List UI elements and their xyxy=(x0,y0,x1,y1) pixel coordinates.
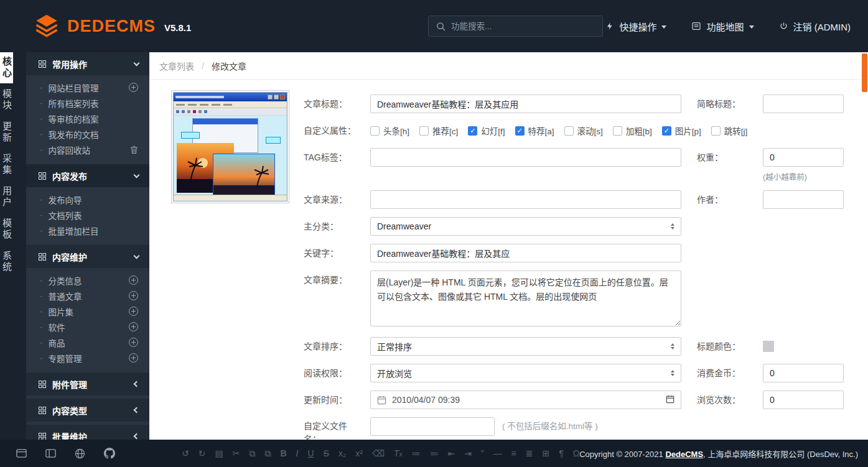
short-title-input[interactable] xyxy=(763,95,844,113)
read-access-select[interactable]: 开放浏览 xyxy=(370,364,681,382)
sidebar-group-common-operations[interactable]: 常用操作 xyxy=(26,52,149,75)
plus-circle-icon[interactable] xyxy=(129,322,138,331)
globe-icon[interactable] xyxy=(75,448,85,459)
editor-italic-icon[interactable]: I xyxy=(296,448,299,458)
sidebar-item-recycle-bin[interactable]: · 内容回收站 xyxy=(26,142,149,157)
source-input[interactable] xyxy=(370,190,681,209)
plus-circle-icon[interactable] xyxy=(129,275,138,285)
summary-textarea[interactable]: 层(Layer)是一种 HTML 页面元素，您可以将它定位在页面上的任意位置。层… xyxy=(370,270,681,326)
editor-indent-icon[interactable]: ⇥ xyxy=(464,448,472,458)
editor-paragraph-icon[interactable]: ¶ xyxy=(559,448,564,458)
sidebar-item-classified-info[interactable]: · 分类信息 xyxy=(26,272,149,288)
attr-checkbox-picture[interactable]: 图片[p] xyxy=(662,124,701,137)
trash-icon[interactable] xyxy=(130,146,138,154)
plus-circle-icon[interactable] xyxy=(129,338,138,347)
checkbox-icon[interactable] xyxy=(468,126,477,136)
plus-circle-icon[interactable] xyxy=(129,353,138,363)
filename-input[interactable] xyxy=(370,417,495,436)
editor-text-color-icon[interactable]: Tx xyxy=(394,448,403,458)
sidebar-item-goods[interactable]: · 商品 xyxy=(26,335,149,350)
checkbox-icon[interactable] xyxy=(370,126,380,136)
sidebar-group-content-maintain[interactable]: 内容维护 xyxy=(26,245,149,268)
editor-unordered-list-icon[interactable]: ≕ xyxy=(429,448,438,458)
sidebar-item-site-columns[interactable]: · 网站栏目管理 xyxy=(26,80,149,95)
sidebar-item-image-gallery[interactable]: · 图片集 xyxy=(26,303,149,319)
tags-input[interactable] xyxy=(370,148,681,167)
checkbox-icon[interactable] xyxy=(613,126,622,136)
rail-item-users[interactable]: 用户 xyxy=(0,182,13,213)
plus-circle-icon[interactable] xyxy=(129,83,138,92)
calendar-picker-icon[interactable] xyxy=(666,395,674,404)
plus-circle-icon[interactable] xyxy=(129,291,138,300)
attr-checkbox-scroll[interactable]: 滚动[s] xyxy=(564,124,603,137)
rail-item-collect[interactable]: 采集 xyxy=(0,149,13,180)
rail-item-update[interactable]: 更新 xyxy=(0,117,13,148)
editor-copy-icon[interactable]: ⧉ xyxy=(249,448,255,459)
github-icon[interactable] xyxy=(104,448,115,459)
app-logo[interactable]: DEDECMS V5.8.1 xyxy=(34,13,191,39)
editor-subscript-icon[interactable]: x₂ xyxy=(338,448,346,458)
article-title-input[interactable] xyxy=(370,95,681,113)
sidebar-item-pending-archives[interactable]: · 等审核的档案 xyxy=(26,111,149,126)
coins-input[interactable] xyxy=(763,364,844,382)
editor-superscript-icon[interactable]: x² xyxy=(355,448,363,458)
sidebar-group-content-types[interactable]: 内容类型 xyxy=(26,399,149,422)
sidebar-item-software[interactable]: · 软件 xyxy=(26,319,149,335)
breadcrumb-article-list[interactable]: 文章列表 xyxy=(159,60,194,72)
keywords-input[interactable] xyxy=(370,244,681,262)
vertical-scrollbar-thumb[interactable] xyxy=(862,53,867,92)
editor-underline-icon[interactable]: U xyxy=(307,448,314,458)
editor-special-char-icon[interactable]: Ω xyxy=(573,448,579,458)
checkbox-icon[interactable] xyxy=(662,126,671,136)
sort-select[interactable]: 正常排序 xyxy=(370,337,681,356)
title-color-swatch[interactable] xyxy=(763,341,774,352)
category-select[interactable]: Dreamweaver xyxy=(370,217,681,236)
sidebar-group-content-publish[interactable]: 内容发布 xyxy=(26,164,149,187)
rail-item-templates[interactable]: 模板 xyxy=(0,214,13,245)
attr-checkbox-bold[interactable]: 加粗[b] xyxy=(613,124,652,137)
rail-item-modules[interactable]: 模块 xyxy=(0,85,13,116)
editor-outdent-icon[interactable]: ⇤ xyxy=(447,448,455,458)
attr-checkbox-headline[interactable]: 头条[h] xyxy=(370,124,409,137)
function-search[interactable] xyxy=(428,16,603,37)
sidebar-toggle-icon[interactable] xyxy=(45,448,56,458)
logout-button[interactable]: 注销 (ADMIN) xyxy=(779,20,851,33)
plus-circle-icon[interactable] xyxy=(129,307,138,316)
sidebar-item-special-topics[interactable]: · 专题管理 xyxy=(26,350,149,366)
editor-hr-icon[interactable]: — xyxy=(493,448,502,458)
editor-source-icon[interactable]: ▤ xyxy=(215,448,223,458)
editor-table-icon[interactable]: ⊞ xyxy=(542,448,549,458)
editor-blockquote-icon[interactable]: ” xyxy=(481,448,484,458)
editor-align-left-icon[interactable]: ≡ xyxy=(511,448,516,458)
sidebar-item-document-list[interactable]: · 文档列表 xyxy=(26,207,149,223)
sidebar-item-publish-wizard[interactable]: · 发布向导 xyxy=(26,192,149,207)
checkbox-icon[interactable] xyxy=(515,126,525,136)
attr-checkbox-recommend[interactable]: 推荐[c] xyxy=(419,124,458,137)
weight-input[interactable] xyxy=(763,148,844,167)
author-input[interactable] xyxy=(763,190,844,209)
editor-remove-format-icon[interactable]: ⌫ xyxy=(372,448,385,458)
sidebar-item-normal-article[interactable]: · 普通文章 xyxy=(26,288,149,303)
quick-actions-menu[interactable]: 快捷操作 xyxy=(605,20,666,33)
editor-cut-icon[interactable]: ✂ xyxy=(233,448,240,458)
checkbox-icon[interactable] xyxy=(711,126,721,136)
views-input[interactable] xyxy=(763,391,844,409)
attr-checkbox-featured[interactable]: 特荐[a] xyxy=(515,124,554,137)
sidebar-item-batch-add-columns[interactable]: · 批量增加栏目 xyxy=(26,223,149,238)
attr-checkbox-slideshow[interactable]: 幻灯[f] xyxy=(468,124,505,137)
editor-redo-icon[interactable]: ↻ xyxy=(198,448,206,458)
rail-item-system[interactable]: 系统 xyxy=(0,246,13,277)
update-time-picker[interactable]: 2010/04/07 09:39 xyxy=(370,391,681,409)
window-icon[interactable] xyxy=(16,448,27,458)
sidebar-item-my-documents[interactable]: · 我发布的文档 xyxy=(26,126,149,142)
checkbox-icon[interactable] xyxy=(419,126,429,136)
checkbox-icon[interactable] xyxy=(564,126,574,136)
sidebar-item-all-archives[interactable]: · 所有档案列表 xyxy=(26,95,149,111)
editor-paste-icon[interactable]: ⧉ xyxy=(264,448,271,459)
attr-checkbox-jump[interactable]: 跳转[j] xyxy=(711,124,748,137)
editor-undo-icon[interactable]: ↺ xyxy=(182,448,189,458)
sidebar-group-attachments[interactable]: 附件管理 xyxy=(26,372,149,395)
editor-align-justify-icon[interactable]: ≣ xyxy=(526,448,533,458)
rail-item-core[interactable]: 核心 xyxy=(0,52,13,83)
editor-bold-icon[interactable]: B xyxy=(280,448,286,458)
